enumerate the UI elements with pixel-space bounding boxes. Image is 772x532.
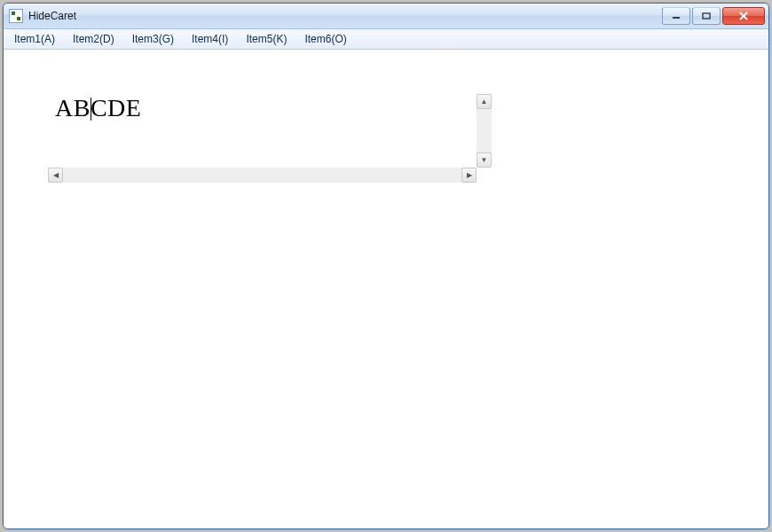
chevron-down-icon: ▼ xyxy=(481,157,488,164)
text-caret xyxy=(91,98,91,121)
maximize-button[interactable] xyxy=(692,7,721,25)
chevron-right-icon: ▶ xyxy=(467,172,472,179)
menu-item-4[interactable]: Item4(I) xyxy=(183,29,237,49)
svg-rect-1 xyxy=(703,13,710,19)
client-area: ABCDE ▲ ▼ ◀ ▶ xyxy=(4,50,768,529)
app-window: HideCaret Item1(A) Item2(D) xyxy=(3,3,769,529)
menu-item-3[interactable]: Item3(G) xyxy=(123,29,183,49)
app-icon xyxy=(9,9,23,23)
text-editor-content: ABCDE xyxy=(55,94,141,122)
scroll-up-button[interactable]: ▲ xyxy=(477,94,492,109)
horizontal-scrollbar[interactable]: ◀ ▶ xyxy=(48,168,477,183)
caption-buttons xyxy=(662,7,767,25)
maximize-icon xyxy=(702,12,711,20)
menubar: Item1(A) Item2(D) Item3(G) Item4(I) Item… xyxy=(4,29,768,50)
menu-item-2[interactable]: Item2(D) xyxy=(64,29,123,49)
titlebar[interactable]: HideCaret xyxy=(4,4,768,29)
menu-item-1[interactable]: Item1(A) xyxy=(5,29,64,49)
minimize-button[interactable] xyxy=(662,7,690,25)
menu-item-6[interactable]: Item6(O) xyxy=(295,29,355,49)
scroll-right-button[interactable]: ▶ xyxy=(461,168,477,183)
scroll-left-button[interactable]: ◀ xyxy=(48,168,63,183)
close-icon xyxy=(738,12,749,20)
vertical-scrollbar[interactable]: ▲ ▼ xyxy=(477,94,492,168)
menu-item-5[interactable]: Item5(K) xyxy=(237,29,295,49)
minimize-icon xyxy=(672,12,681,20)
chevron-left-icon: ◀ xyxy=(53,172,59,179)
text-editor[interactable]: ABCDE ▲ ▼ ◀ ▶ xyxy=(48,94,492,183)
chevron-up-icon: ▲ xyxy=(481,98,488,106)
close-button[interactable] xyxy=(722,7,765,25)
scroll-down-button[interactable]: ▼ xyxy=(477,153,492,168)
window-title: HideCaret xyxy=(28,10,76,22)
text-editor-viewport[interactable]: ABCDE xyxy=(48,94,477,168)
svg-rect-0 xyxy=(673,17,680,19)
